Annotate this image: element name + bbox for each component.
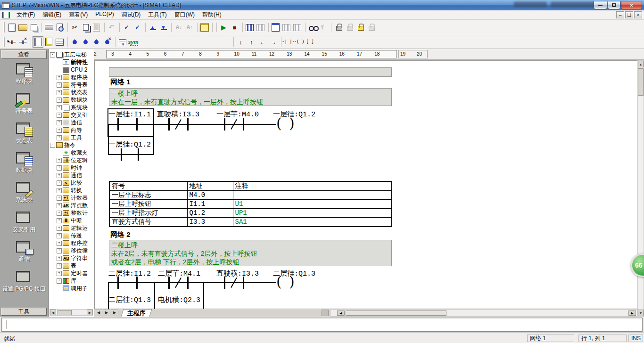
compile-icon[interactable]: ✓ xyxy=(121,22,132,33)
address-cell[interactable]: M4.0 xyxy=(187,191,233,200)
bookmark-clear-icon[interactable] xyxy=(102,36,113,48)
column-header[interactable]: 符号 xyxy=(109,181,187,191)
menu-item[interactable]: 调试(D) xyxy=(118,10,145,20)
tree-item[interactable]: + 状态表 xyxy=(50,89,94,96)
tree-item[interactable]: + 交叉引 xyxy=(50,111,94,119)
tree-expander-icon[interactable]: + xyxy=(57,165,62,171)
tree-expander-icon[interactable]: + xyxy=(57,158,62,163)
bookmark-toggle-icon[interactable] xyxy=(69,36,80,48)
viewbar-data-block[interactable]: 数据块 xyxy=(0,151,48,181)
insert-box-icon[interactable]: [ ] xyxy=(305,36,315,48)
contact-bar-icon[interactable] xyxy=(243,118,244,131)
line-left-icon[interactable]: ← xyxy=(257,36,268,48)
scroll-up-icon[interactable]: ▲ xyxy=(638,61,644,67)
read-all-status-icon[interactable] xyxy=(292,22,303,33)
tree-item[interactable]: + 库 xyxy=(50,277,94,285)
insert-contact-icon[interactable]: -| |- xyxy=(283,36,294,48)
menu-item[interactable]: 文件(F) xyxy=(13,10,39,20)
view-poc-table-icon[interactable] xyxy=(54,36,65,48)
comment-cell[interactable] xyxy=(233,191,392,200)
coil-icon[interactable]: ) xyxy=(289,116,295,131)
tree-item[interactable]: + 转换 xyxy=(50,187,94,194)
viewbar-set-pgpc-interface[interactable]: 设置 PG/PC 接口 xyxy=(0,270,48,300)
insert-coil-icon[interactable]: -( ) xyxy=(294,36,305,48)
run-icon[interactable]: ▶ xyxy=(218,22,229,33)
contact-label[interactable]: 二层徍:Q1.3 xyxy=(108,295,151,304)
tree-expander-icon[interactable]: + xyxy=(57,113,62,118)
tree-expander-icon[interactable]: + xyxy=(57,82,62,88)
tree-expander-icon[interactable]: + xyxy=(57,218,62,223)
symbol-name-cell[interactable]: 一层上呼按钮 xyxy=(109,200,187,209)
bookmark-next-icon[interactable] xyxy=(80,36,91,48)
toolbar-separator[interactable] xyxy=(303,22,307,33)
tree-expander-icon[interactable]: + xyxy=(57,256,62,261)
print-icon[interactable] xyxy=(43,22,54,33)
tree-item[interactable]: + Ⅲ 中断 xyxy=(50,217,94,224)
ladder-canvas[interactable]: 网络 1 一楼上呼未在一层，未有直驶方式信号，一层外，按上呼按钮 一层徍:I1.… xyxy=(94,60,637,309)
pause-chart-status-icon[interactable] xyxy=(281,22,292,33)
symbol-name-cell[interactable]: 直驶方式信号 xyxy=(109,218,187,227)
viewbar-symbol-table[interactable]: 符号表 xyxy=(0,92,48,122)
contact-bar-icon[interactable] xyxy=(117,118,119,131)
toolbar-separator[interactable] xyxy=(28,36,33,48)
menu-item[interactable]: PLC(P) xyxy=(91,10,117,20)
toolbar-group-tools[interactable]: 工具 xyxy=(1,308,47,316)
editor-vertical-scrollbar[interactable]: ▲ ▼ xyxy=(637,60,644,317)
open-icon[interactable] xyxy=(17,22,28,33)
toolbar-grip[interactable] xyxy=(3,37,5,47)
symbol-table-row[interactable]: 直驶方式信号 I3.3 SA1 xyxy=(109,218,392,227)
coil-icon[interactable]: ( xyxy=(276,116,282,131)
tree-item[interactable]: + 传送 xyxy=(50,232,94,239)
tree-expander-icon[interactable]: + xyxy=(57,271,62,276)
tree-expander-icon[interactable]: + xyxy=(57,188,62,193)
view-lad-icon[interactable] xyxy=(33,36,43,48)
toolbar-separator[interactable] xyxy=(65,22,69,33)
tab-scroll-next-icon[interactable]: ▶ xyxy=(111,310,118,316)
tree-expander-icon[interactable]: + xyxy=(57,180,62,186)
unlock-icon[interactable] xyxy=(344,22,355,33)
tree-expander-icon[interactable]: + xyxy=(57,173,62,178)
contact-label[interactable]: 直驶穔:I3.3 xyxy=(157,110,199,119)
tree-expander-icon[interactable]: + xyxy=(57,90,62,95)
toolbar-separator[interactable] xyxy=(143,22,147,33)
mdi-document-icon[interactable] xyxy=(2,12,10,18)
contact-bar-icon[interactable] xyxy=(187,277,189,289)
contact-label[interactable]: 二层徍:I1.2 xyxy=(108,269,151,278)
toolbar-separator[interactable] xyxy=(231,36,235,48)
menu-item[interactable]: 工具(T) xyxy=(144,10,170,20)
selection-cursor-box[interactable] xyxy=(107,108,154,137)
tree-expander-icon[interactable]: + xyxy=(57,196,62,201)
viewbar-system-block[interactable]: 系统块 xyxy=(0,181,48,211)
column-header[interactable]: 注释 xyxy=(233,181,392,191)
symbol-name-cell[interactable]: 一层上呼指示灯 xyxy=(109,209,187,218)
tree-item[interactable]: - 五层电梯 xyxy=(50,51,94,58)
tree-expander-icon[interactable]: + xyxy=(57,226,62,231)
tree-item[interactable]: + 工具 xyxy=(50,134,94,141)
tree-expander-icon[interactable]: + xyxy=(57,233,62,238)
tree-item[interactable]: + 通信 xyxy=(50,119,94,126)
tree-item[interactable]: + ±R 浮点数 xyxy=(50,202,94,209)
tree-expander-icon[interactable]: + xyxy=(57,248,62,253)
comment-cell[interactable]: UP1 xyxy=(233,209,392,218)
tree-expander-icon[interactable]: + xyxy=(57,211,62,216)
coil-icon[interactable]: ( xyxy=(276,275,282,289)
close-button[interactable]: × xyxy=(621,1,642,9)
toolbar-spacer[interactable] xyxy=(139,36,231,48)
restore-button[interactable] xyxy=(608,1,620,9)
download-icon[interactable]: ▼ xyxy=(158,22,169,33)
column-header[interactable]: 地址 xyxy=(187,181,233,191)
toolbar-separator[interactable] xyxy=(117,22,121,33)
view-symbol-info-icon[interactable] xyxy=(43,36,54,48)
tree-item[interactable]: - 指令 xyxy=(50,141,94,149)
tree-expander-icon[interactable]: + xyxy=(57,203,62,208)
tree-item[interactable]: + 逻辑运 xyxy=(50,224,94,232)
cut-icon[interactable]: ✂ xyxy=(69,22,80,33)
toolbar-separator[interactable] xyxy=(240,22,244,33)
contact-label[interactable]: 直驶穔:I3.3 xyxy=(216,269,259,278)
mdi-minimize-button[interactable]: – xyxy=(616,11,624,18)
contact-bar-icon[interactable] xyxy=(136,277,138,289)
menu-item[interactable]: 帮助(H) xyxy=(198,10,225,20)
tree-item[interactable]: + 向导 xyxy=(50,126,94,134)
tree-expander-icon[interactable]: + xyxy=(57,75,62,80)
mdi-close-button[interactable]: × xyxy=(634,11,642,18)
